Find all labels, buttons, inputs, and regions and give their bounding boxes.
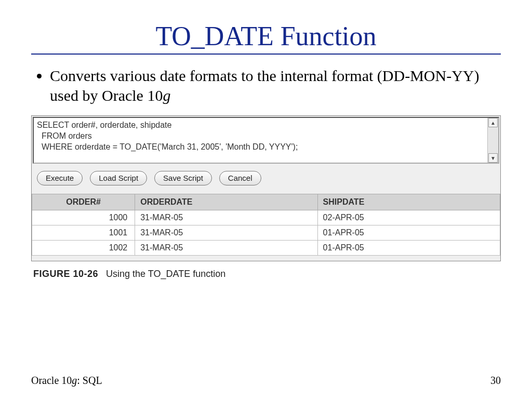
table-row: 1001 31-MAR-05 01-APR-05 (32, 225, 500, 240)
cancel-button[interactable]: Cancel (219, 171, 261, 185)
results-table: ORDER# ORDERDATE SHIPDATE 1000 31-MAR-05… (32, 194, 500, 256)
scroll-down-icon[interactable]: ▼ (488, 153, 498, 163)
cell-shipdate: 01-APR-05 (317, 225, 500, 240)
cell-orderdate: 31-MAR-05 (135, 225, 317, 240)
cell-order: 1002 (32, 240, 135, 255)
page-number: 30 (490, 375, 501, 387)
col-header-orderdate: ORDERDATE (135, 194, 317, 210)
footer-text-italic: g (72, 375, 77, 386)
cell-order: 1001 (32, 225, 135, 240)
scrollbar[interactable]: ▲ ▼ (487, 118, 498, 163)
execute-button[interactable]: Execute (37, 171, 83, 185)
bullet-item: Converts various date formats to the int… (50, 66, 501, 105)
table-header-row: ORDER# ORDERDATE SHIPDATE (32, 194, 500, 210)
figure-caption: FIGURE 10-26 Using the TO_DATE function (33, 269, 501, 280)
bullet-text: Converts various date formats to the int… (50, 67, 479, 104)
footer-text-suffix: : SQL (77, 375, 102, 386)
slide: TO_DATE Function Converts various date f… (0, 0, 532, 399)
sql-line-1: SELECT order#, orderdate, shipdate (37, 121, 171, 129)
cell-order: 1000 (32, 210, 135, 225)
figure-caption-label: FIGURE 10-26 (33, 269, 98, 279)
footer-left: Oracle 10g: SQL (31, 375, 102, 387)
cell-shipdate: 01-APR-05 (317, 240, 500, 255)
cell-orderdate: 31-MAR-05 (135, 210, 317, 225)
button-row: Execute Load Script Save Script Cancel (32, 171, 500, 194)
sql-textarea[interactable]: SELECT order#, orderdate, shipdate FROM … (33, 117, 499, 164)
bullet-text-italic: g (163, 87, 170, 104)
sql-code: SELECT order#, orderdate, shipdate FROM … (34, 118, 487, 163)
col-header-shipdate: SHIPDATE (317, 194, 500, 210)
scroll-up-icon[interactable]: ▲ (488, 118, 498, 127)
save-script-button[interactable]: Save Script (154, 171, 212, 185)
sql-line-2: FROM orders (37, 131, 92, 140)
slide-title: TO_DATE Function (31, 21, 501, 51)
table-row: 1000 31-MAR-05 02-APR-05 (32, 210, 500, 225)
col-header-order: ORDER# (32, 194, 135, 210)
footer-text-prefix: Oracle 10 (31, 375, 72, 386)
cell-orderdate: 31-MAR-05 (135, 240, 317, 255)
bullet-list: Converts various date formats to the int… (31, 66, 501, 105)
cell-shipdate: 02-APR-05 (317, 210, 500, 225)
sql-app-panel: SELECT order#, orderdate, shipdate FROM … (31, 115, 501, 261)
table-row: 1002 31-MAR-05 01-APR-05 (32, 240, 500, 255)
load-script-button[interactable]: Load Script (90, 171, 147, 185)
sql-line-3: WHERE orderdate = TO_DATE('March 31, 200… (37, 142, 298, 151)
title-divider (31, 54, 501, 55)
figure-caption-text: Using the TO_DATE function (106, 269, 225, 279)
